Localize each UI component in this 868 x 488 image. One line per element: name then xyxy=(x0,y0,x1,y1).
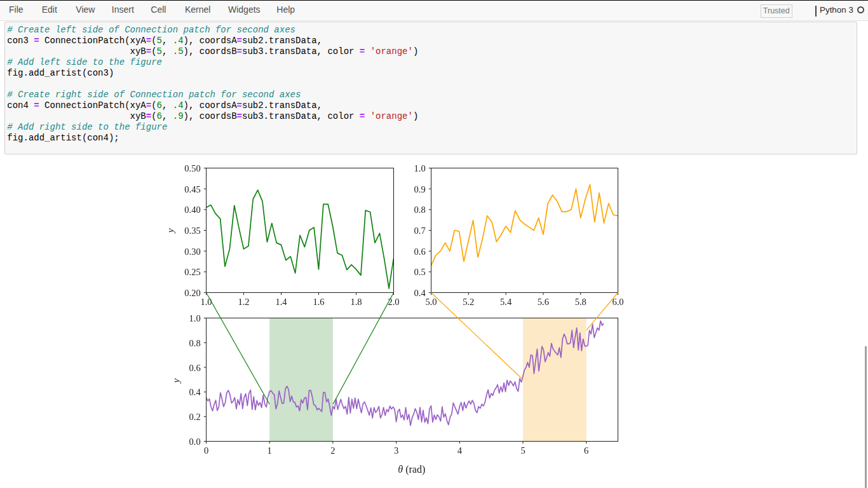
svg-text:0.35: 0.35 xyxy=(184,226,200,236)
svg-text:0.4: 0.4 xyxy=(414,288,426,298)
svg-text:1.4: 1.4 xyxy=(275,297,287,307)
svg-text:5.4: 5.4 xyxy=(500,297,512,307)
svg-text:5.8: 5.8 xyxy=(575,297,587,307)
svg-text:6.0: 6.0 xyxy=(612,297,623,307)
svg-text:y: y xyxy=(170,378,181,384)
svg-text:1.6: 1.6 xyxy=(313,297,324,307)
svg-text:0.50: 0.50 xyxy=(184,163,200,173)
svg-text:θ (rad): θ (rad) xyxy=(398,464,425,475)
svg-text:0.2: 0.2 xyxy=(189,412,201,422)
svg-text:1.0: 1.0 xyxy=(200,297,212,307)
svg-text:0.45: 0.45 xyxy=(184,184,200,194)
svg-text:6: 6 xyxy=(584,445,588,456)
svg-text:0.6: 0.6 xyxy=(414,247,426,257)
svg-text:1: 1 xyxy=(268,445,272,456)
svg-text:3: 3 xyxy=(394,445,398,456)
svg-text:5.6: 5.6 xyxy=(538,297,549,307)
svg-text:0.7: 0.7 xyxy=(414,226,426,236)
svg-text:0.5: 0.5 xyxy=(414,267,426,277)
svg-text:4: 4 xyxy=(458,445,463,456)
svg-text:5.2: 5.2 xyxy=(463,297,474,307)
svg-text:0.40: 0.40 xyxy=(184,205,200,215)
svg-text:0: 0 xyxy=(204,445,208,456)
svg-text:1.0: 1.0 xyxy=(414,163,426,173)
svg-text:0.30: 0.30 xyxy=(184,247,200,257)
svg-text:1.2: 1.2 xyxy=(238,297,249,307)
svg-text:0.6: 0.6 xyxy=(189,363,201,373)
svg-text:5: 5 xyxy=(520,445,525,456)
svg-text:0.20: 0.20 xyxy=(184,288,200,298)
svg-text:0.4: 0.4 xyxy=(189,387,201,397)
svg-text:0.9: 0.9 xyxy=(414,184,426,194)
svg-text:0.8: 0.8 xyxy=(189,338,201,348)
svg-text:2: 2 xyxy=(330,445,335,456)
svg-text:y: y xyxy=(165,228,175,234)
svg-text:1.8: 1.8 xyxy=(350,297,362,307)
svg-text:5.0: 5.0 xyxy=(425,297,437,307)
svg-text:2.0: 2.0 xyxy=(388,297,399,307)
svg-text:1.0: 1.0 xyxy=(189,313,201,323)
svg-text:0.0: 0.0 xyxy=(189,437,201,447)
svg-text:0.8: 0.8 xyxy=(414,205,426,215)
svg-text:0.25: 0.25 xyxy=(184,267,200,277)
